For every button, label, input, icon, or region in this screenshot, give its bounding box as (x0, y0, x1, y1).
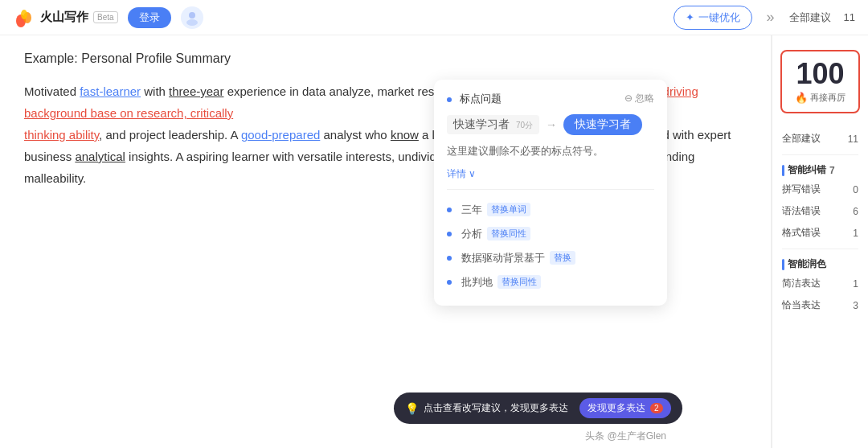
text-good-prepared[interactable]: good-prepared (241, 128, 320, 142)
cat1-bar (782, 165, 784, 176)
text-analyst: analyst who (320, 128, 391, 142)
panel-item-2-label: 分析 (461, 227, 482, 241)
panel-item-4-label: 批判地 (461, 275, 493, 290)
text-and-project: , and project leadership. A (99, 128, 241, 142)
sidebar-cat1: 智能纠错 7 (782, 160, 858, 179)
right-sidebar: 100 🔥 再接再厉 全部建议 11 智能纠错 7 拼写错误 0 语法错误 (772, 35, 868, 448)
sidebar-divider-2 (782, 249, 858, 249)
panel-item-dot (447, 208, 452, 212)
discover-button[interactable]: 发现更多表达 2 (579, 398, 671, 418)
panel-divider (447, 189, 654, 190)
sidebar-all-suggestions[interactable]: 全部建议 11 (782, 128, 858, 150)
panel-item-dot3 (447, 256, 452, 261)
logo-text: 火山写作 (40, 10, 88, 25)
suggestions-label: 全部建议 (789, 10, 831, 25)
original-word: 快速学习者 70分 (447, 115, 539, 134)
left-content-area: Example: Personal Profile Summary Motiva… (0, 35, 772, 448)
text-analytical[interactable]: analytical (75, 150, 125, 163)
text-three-year[interactable]: three-year (169, 84, 223, 98)
panel-header: 标点问题 ⊖ 忽略 (447, 91, 654, 106)
svg-point-3 (189, 12, 195, 18)
bulb-icon: 💡 (405, 402, 419, 415)
panel-ignore-button[interactable]: ⊖ 忽略 (624, 92, 654, 105)
sidebar-grammar[interactable]: 语法错误 6 (782, 200, 858, 222)
logo-area: 火山写作 Beta (13, 6, 118, 29)
sidebar-format[interactable]: 格式错误 1 (782, 222, 858, 244)
sidebar-divider-1 (782, 154, 858, 155)
suggestion-panel: 标点问题 ⊖ 忽略 快速学习者 70分 → 快速学习者 这里建议删除不必要的标点… (434, 80, 667, 306)
arrow-icon: → (546, 118, 557, 131)
logo-icon (13, 6, 35, 29)
panel-item-1-tag[interactable]: 替换单词 (487, 203, 530, 216)
panel-item-3: 数据驱动背景基于 替换 (447, 246, 654, 270)
panel-item-2: 分析 替换同性 (447, 222, 654, 246)
document-title: Example: Personal Profile Summary (24, 51, 747, 66)
tooltip-text: 点击查看改写建议，发现更多表达 (424, 401, 568, 415)
panel-item-1: 三年 替换单词 (447, 198, 654, 222)
optimize-icon: ✦ (686, 11, 694, 23)
score-number: 100 (790, 60, 850, 88)
svg-point-4 (186, 19, 198, 26)
main-layout: Example: Personal Profile Summary Motiva… (0, 35, 868, 448)
panel-dot-icon (447, 97, 452, 102)
svg-point-2 (21, 10, 27, 19)
score-subtitle: 🔥 再接再厉 (790, 92, 850, 104)
cat2-bar (782, 259, 784, 270)
panel-item-dot4 (447, 280, 452, 285)
panel-item-4-tag[interactable]: 替换同性 (497, 275, 541, 289)
text-motivated: Motivated (24, 84, 80, 98)
panel-item-3-label: 数据驱动背景基于 (461, 251, 545, 265)
panel-title: 标点问题 (460, 92, 502, 105)
panel-detail-button[interactable]: 详情 ∨ (447, 167, 654, 181)
sidebar-concise[interactable]: 简洁表达 1 (782, 273, 858, 294)
beta-badge: Beta (93, 11, 118, 23)
sidebar-cat2: 智能润色 (782, 254, 858, 273)
panel-suggestion-row: 快速学习者 70分 → 快速学习者 (447, 114, 654, 135)
watermark: 头条 @生产者Glen (585, 430, 666, 443)
sidebar-section: 全部建议 11 智能纠错 7 拼写错误 0 语法错误 6 格式错误 1 (772, 125, 868, 319)
avatar (181, 6, 203, 29)
suggested-word[interactable]: 快速学习者 (563, 114, 642, 135)
text-with: with (141, 84, 169, 98)
top-navbar: 火山写作 Beta 登录 ✦ 一键优化 » 全部建议 11 (0, 0, 868, 35)
text-know[interactable]: know (391, 128, 419, 142)
sidebar-appropriate[interactable]: 恰当表达 3 (782, 294, 858, 316)
panel-desc: 这里建议删除不必要的标点符号。 (447, 143, 654, 159)
suggestions-count: 11 (844, 11, 855, 23)
panel-item-2-tag[interactable]: 替换同性 (487, 227, 530, 240)
tooltip-bar: 💡 点击查看改写建议，发现更多表达 发现更多表达 2 (394, 393, 682, 424)
panel-item-dot2 (447, 232, 452, 236)
score-box: 100 🔥 再接再厉 (780, 50, 860, 113)
optimize-button[interactable]: ✦ 一键优化 (674, 6, 752, 30)
more-button[interactable]: » (762, 9, 780, 26)
panel-item-3-tag[interactable]: 替换 (550, 251, 575, 265)
panel-title-area: 标点问题 (447, 91, 502, 106)
panel-item-4: 批判地 替换同性 (447, 270, 654, 294)
sidebar-spelling[interactable]: 拼写错误 0 (782, 179, 858, 200)
panel-item-1-label: 三年 (461, 203, 482, 217)
fire-icon: 🔥 (795, 92, 808, 104)
discover-badge: 2 (650, 403, 663, 413)
login-button[interactable]: 登录 (128, 7, 171, 28)
text-fast-learner[interactable]: fast-learner (80, 84, 141, 98)
original-score: 70分 (516, 121, 533, 129)
